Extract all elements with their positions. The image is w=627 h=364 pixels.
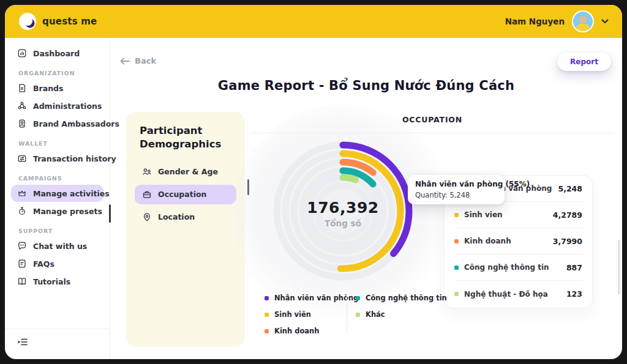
total-value: 176,392 — [306, 199, 380, 217]
series-color-dot — [454, 292, 459, 296]
brand-name: quests me — [42, 16, 97, 27]
sidebar-item-label: Brands — [33, 84, 63, 93]
sidebar-item-label: Tutorials — [33, 277, 70, 286]
sidebar-section-organization: ORGANIZATION — [18, 70, 110, 76]
legend-item[interactable]: Công nghệ thông tin — [356, 294, 438, 302]
divider — [347, 295, 347, 334]
user-name: Nam Nguyen — [505, 17, 565, 26]
legend-label: Khác — [366, 310, 385, 319]
user-menu[interactable]: Nam Nguyen — [505, 10, 609, 32]
faq-document-icon — [17, 259, 27, 269]
brand-ambassadors-icon — [17, 119, 27, 128]
chat-icon — [17, 241, 27, 251]
main-scrollbar-thumb[interactable] — [618, 240, 620, 295]
report-button[interactable]: Report — [557, 53, 611, 71]
tab-label: Gender & Age — [158, 167, 218, 176]
sidebar-item-faqs[interactable]: FAQs — [11, 255, 103, 272]
dashboard-icon — [17, 48, 27, 58]
row-value: 123 — [566, 289, 582, 299]
sidebar-item-label: Dashboard — [33, 49, 80, 58]
legend-color-dot — [265, 296, 269, 300]
chart-legend: Nhân viên văn phòng Sinh viên Kinh doanh… — [265, 294, 438, 335]
sidebar-item-tutorials[interactable]: Tutorials — [11, 273, 103, 290]
legend-label: Sinh viên — [274, 310, 311, 319]
briefcase-icon — [142, 190, 152, 199]
legend-item[interactable]: Sinh viên — [265, 310, 347, 319]
tab-location[interactable]: Location — [135, 207, 236, 227]
sidebar-item-brand-ambassadors[interactable]: Brand Ambassadors — [11, 115, 103, 132]
legend-item[interactable]: Khác — [356, 310, 438, 319]
avatar-figure — [579, 16, 587, 23]
sidebar-section-campaigns: CAMPAIGNS — [18, 175, 110, 182]
series-color-dot — [454, 266, 459, 270]
stopwatch-icon — [17, 206, 27, 216]
sidebar-item-label: FAQs — [33, 259, 54, 269]
book-icon — [17, 277, 27, 286]
brand-logo-icon — [18, 12, 37, 31]
row-value: 887 — [566, 263, 582, 272]
back-label: Back — [135, 56, 156, 65]
tab-occupation[interactable]: Occupation — [135, 185, 236, 204]
app-window: quests me Nam Nguyen Dashboard ORGANIZAT… — [5, 5, 622, 359]
tooltip-title: Nhân viên văn phòng (55%) — [415, 180, 497, 188]
legend-color-dot — [265, 329, 269, 333]
row-value: 5,248 — [558, 184, 582, 193]
tab-gender-age[interactable]: Gender & Age — [135, 162, 236, 182]
occupation-chart-section: OCCUPATION 176,392 Tổng số Nhân viên văn… — [251, 110, 614, 355]
back-arrow-icon — [120, 58, 130, 65]
brands-icon — [17, 83, 27, 93]
table-row[interactable]: Kinh doanh 3,7990 — [454, 228, 582, 254]
legend-color-dot — [356, 296, 360, 300]
legend-label: Công nghệ thông tin — [366, 294, 447, 302]
sidebar-item-label: Administrations — [33, 102, 102, 111]
table-row[interactable]: Công nghệ thông tin 887 — [454, 254, 582, 281]
row-label: Sinh vien — [464, 210, 503, 219]
avatar[interactable] — [572, 10, 594, 32]
gender-age-icon — [142, 167, 152, 177]
row-value: 4,2789 — [553, 210, 582, 220]
legend-item[interactable]: Kinh doanh — [265, 327, 347, 335]
sidebar-item-brands[interactable]: Brands — [11, 80, 103, 97]
back-button[interactable]: Back — [120, 56, 156, 65]
page-title: Game Report - Bổ Sung Nước Đúng Cách — [110, 78, 622, 93]
sidebar-footer — [5, 329, 110, 359]
main-content: Back Report Game Report - Bổ Sung Nước Đ… — [110, 38, 622, 359]
row-label: Công nghệ thông tin — [464, 263, 549, 272]
topbar: quests me Nam Nguyen — [5, 5, 622, 38]
sidebar-item-label: Brand Ambassadors — [33, 119, 119, 128]
legend-color-dot — [265, 313, 269, 317]
crown-icon — [17, 188, 27, 198]
table-row[interactable]: Sinh vien 4,2789 — [454, 202, 582, 228]
legend-item[interactable]: Nhân viên văn phòng — [265, 294, 347, 302]
legend-color-dot — [356, 313, 360, 317]
sidebar-item-label: Manage presets — [33, 207, 102, 216]
legend-label: Kinh doanh — [274, 327, 320, 335]
participant-demographics-panel: Participant Demographics Gender & Age Oc… — [126, 112, 245, 347]
sidebar-item-manage-activities[interactable]: Manage activities — [11, 185, 103, 202]
sidebar-item-manage-presets[interactable]: Manage presets — [11, 202, 103, 220]
sidebar-item-dashboard[interactable]: Dashboard — [11, 45, 103, 62]
sidebar-item-administrations[interactable]: Administrations — [11, 97, 103, 114]
chevron-down-icon[interactable] — [601, 19, 609, 24]
sidebar-item-label: Manage activities — [33, 189, 110, 198]
legend-label: Nhân viên văn phòng — [274, 294, 358, 302]
collapse-sidebar-icon[interactable] — [17, 337, 28, 349]
row-label: Nghệ thuật - Đồ họa — [464, 290, 548, 299]
sidebar-section-support: SUPPORT — [18, 228, 110, 234]
sidebar-item-chat-with-us[interactable]: Chat with us — [11, 237, 103, 254]
table-row[interactable]: Nghệ thuật - Đồ họa 123 — [454, 281, 582, 307]
series-color-dot — [454, 239, 459, 243]
sidebar-item-transaction-history[interactable]: Transaction history — [11, 150, 103, 167]
demographics-title: Participant Demographics — [140, 124, 245, 151]
sidebar: Dashboard ORGANIZATION Brands Administra… — [5, 38, 110, 359]
sidebar-item-label: Chat with us — [33, 242, 87, 251]
chart-center: 176,392 Tổng số — [306, 199, 380, 228]
transaction-history-icon — [17, 154, 27, 163]
sidebar-section-wallet: WALLET — [18, 140, 110, 147]
tooltip-quantity: Quantity: 5,248 — [415, 191, 497, 199]
total-label: Tổng số — [306, 218, 380, 228]
tab-label: Location — [158, 212, 195, 221]
tab-label: Occupation — [158, 190, 206, 199]
administrations-icon — [17, 101, 27, 111]
brand-logo[interactable]: quests me — [18, 12, 97, 31]
